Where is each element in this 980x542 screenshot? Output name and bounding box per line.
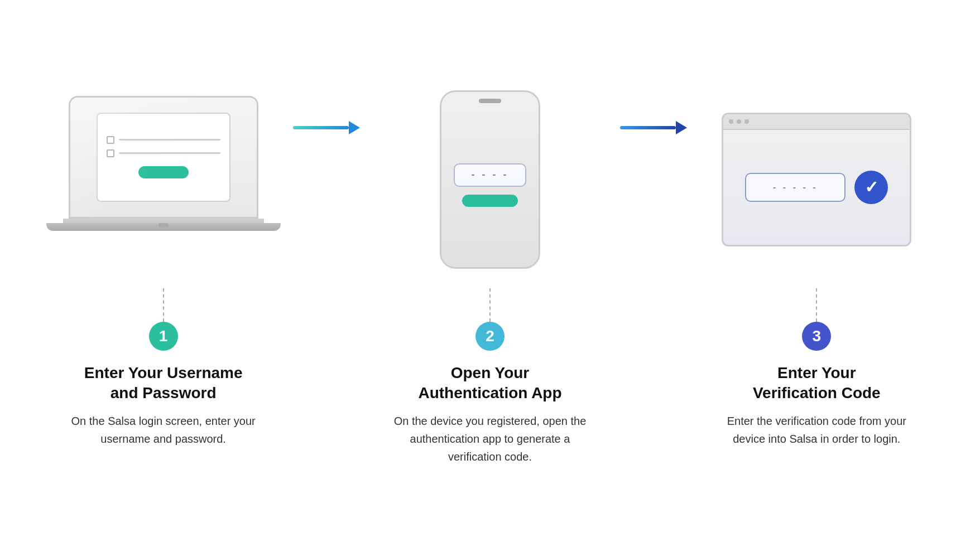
arrow-2-body [620, 126, 676, 129]
laptop-camera [158, 223, 169, 228]
browser-illustration: - - - - - [722, 113, 911, 246]
dashed-line-2 [489, 288, 491, 322]
step-1-desc: On the Salsa login screen, enter your us… [57, 412, 270, 448]
arrow-1-container [293, 121, 360, 134]
browser-body: - - - - - [723, 130, 910, 245]
step-2-desc: On the device you registered, open the a… [384, 412, 596, 466]
laptop-base [63, 219, 264, 231]
arrow-1 [293, 121, 360, 134]
laptop-screen [69, 96, 258, 219]
checkmark-circle [854, 171, 888, 204]
line-2 [119, 152, 220, 154]
phone-input-field: - - - - [454, 163, 526, 187]
line-1 [119, 139, 220, 141]
step-1: 1 Enter Your Usernameand Password On the… [33, 76, 293, 448]
step-3-illustration: - - - - - [698, 76, 935, 283]
browser-dot-3 [744, 119, 749, 124]
arrow-1-head [349, 121, 360, 134]
arrow-2-container [620, 121, 687, 134]
phone-notch [479, 99, 501, 103]
browser-input-field: - - - - - [745, 173, 846, 202]
phone-button-illustration [462, 195, 518, 207]
browser-dot-2 [737, 119, 741, 124]
step-3-title: Enter YourVerification Code [753, 363, 881, 404]
laptop-illustration [57, 96, 270, 263]
step-number-1: 1 [149, 322, 178, 351]
phone-inner: - - - - [450, 163, 530, 207]
step-number-3: 3 [802, 322, 831, 351]
browser-dot-1 [729, 119, 733, 124]
checkbox-1 [107, 136, 114, 144]
login-row-2 [107, 149, 220, 157]
step-3-desc: Enter the verification code from your de… [710, 412, 923, 448]
checkbox-2 [107, 149, 114, 157]
phone-dashes: - - - - [471, 169, 508, 181]
browser-bar [723, 114, 910, 130]
step-number-2: 2 [475, 322, 505, 351]
arrow-2 [620, 121, 687, 134]
step-1-title: Enter Your Usernameand Password [84, 363, 243, 404]
step-2-connector: 2 [475, 288, 505, 351]
phone-illustration: - - - - [440, 90, 540, 269]
step-2: - - - - 2 Open YourAuthentication App On… [360, 76, 619, 466]
step-2-title: Open YourAuthentication App [418, 363, 561, 404]
dashed-line-3 [816, 288, 817, 322]
arrow-2-head [676, 121, 687, 134]
step-3: - - - - - 3 Enter YourVerification Code … [687, 76, 947, 448]
laptop-inner [97, 113, 230, 202]
step-3-connector: 3 [802, 288, 831, 351]
dashed-line-1 [163, 288, 164, 322]
step-1-illustration [45, 76, 282, 283]
step-1-connector: 1 [149, 288, 178, 351]
arrow-1-body [293, 126, 349, 129]
login-row-1 [107, 136, 220, 144]
login-button-illustration [138, 166, 189, 178]
main-container: 1 Enter Your Usernameand Password On the… [0, 54, 980, 488]
step-2-illustration: - - - - [371, 76, 608, 283]
browser-dashes: - - - - - [773, 182, 818, 192]
